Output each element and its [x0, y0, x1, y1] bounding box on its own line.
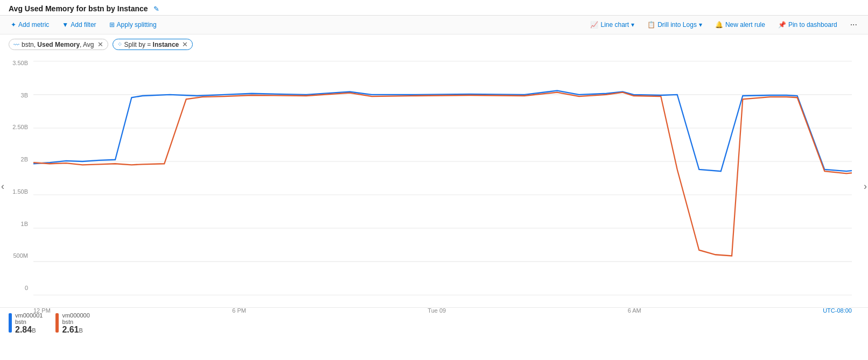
more-options-label: ···: [850, 20, 857, 30]
line-chart-button[interactable]: 📈 Line chart ▾: [588, 20, 636, 30]
blue-line: [33, 90, 852, 171]
y-label-1b: 1B: [4, 221, 32, 227]
line-chart-label: Line chart: [600, 21, 629, 29]
legend-unit-blue: B: [32, 327, 36, 334]
split-tag: ⁘ Split by = Instance ✕: [113, 39, 193, 50]
add-metric-button[interactable]: ✦ Add metric: [9, 20, 51, 30]
x-label-utc: UTC-08:00: [823, 307, 852, 314]
y-label-2b: 2B: [4, 156, 32, 163]
drill-into-logs-label: Drill into Logs: [657, 21, 697, 29]
x-label-12pm: 12 PM: [33, 307, 51, 314]
pin-to-dashboard-button[interactable]: 📌 Pin to dashboard: [776, 20, 839, 30]
add-filter-label: Add filter: [71, 21, 96, 29]
y-label-250b: 2.50B: [4, 124, 32, 130]
x-label-6pm: 6 PM: [232, 307, 246, 314]
legend-value-blue: 2.84B: [15, 325, 43, 335]
metric-tag: 〰 bstn, Used Memory, Avg ✕: [9, 39, 108, 50]
legend-name2-blue: bstn: [15, 319, 43, 325]
toolbar: ✦ Add metric ▼ Add filter ⊞ Apply splitt…: [0, 16, 868, 34]
red-line: [33, 93, 852, 256]
split-tag-close[interactable]: ✕: [182, 40, 188, 48]
new-alert-rule-label: New alert rule: [725, 21, 765, 29]
new-alert-rule-button[interactable]: 🔔 New alert rule: [713, 20, 767, 30]
legend-value-red: 2.61B: [62, 325, 89, 335]
y-axis: 3.50B 3B 2.50B 2B 1.50B 1B 500M 0: [4, 60, 32, 291]
drill-logs-chevron: ▾: [699, 21, 702, 29]
chart-nav-right[interactable]: ›: [864, 181, 867, 192]
chart-area: ‹ › 3.50B 3B 2.50B 2B 1.50B 1B 500M 0: [0, 54, 868, 318]
metric-tag-icon: 〰: [13, 41, 19, 48]
x-label-tue09: Tue 09: [428, 307, 446, 314]
split-tag-text: Split by = Instance: [124, 41, 179, 48]
line-chart-chevron: ▾: [631, 21, 634, 29]
add-metric-icon: ✦: [11, 21, 16, 29]
toolbar-left: ✦ Add metric ▼ Add filter ⊞ Apply splitt…: [9, 20, 159, 30]
x-label-6am: 6 AM: [628, 307, 641, 314]
edit-icon[interactable]: ✎: [153, 5, 159, 13]
legend-value-num-blue: 2.84: [15, 325, 32, 334]
y-label-150b: 1.50B: [4, 188, 32, 195]
toolbar-right: 📈 Line chart ▾ 📋 Drill into Logs ▾ 🔔 New…: [588, 19, 859, 31]
page-title: Avg Used Memory for bstn by Instance: [9, 4, 148, 13]
drill-into-logs-button[interactable]: 📋 Drill into Logs ▾: [645, 20, 704, 30]
legend-value-num-red: 2.61: [62, 325, 79, 334]
split-tag-icon: ⁘: [117, 41, 122, 48]
new-alert-rule-icon: 🔔: [715, 21, 723, 29]
pin-to-dashboard-label: Pin to dashboard: [788, 21, 837, 29]
line-chart-icon: 📈: [590, 21, 598, 29]
add-metric-label: Add metric: [18, 21, 49, 29]
y-label-0: 0: [4, 285, 32, 291]
y-label-500m: 500M: [4, 252, 32, 259]
drill-into-logs-icon: 📋: [647, 21, 655, 29]
apply-splitting-icon: ⊞: [109, 21, 115, 29]
pin-icon: 📌: [778, 21, 786, 29]
apply-splitting-button[interactable]: ⊞ Apply splitting: [107, 20, 159, 30]
y-label-350b: 3.50B: [4, 60, 32, 66]
tags-row: 〰 bstn, Used Memory, Avg ✕ ⁘ Split by = …: [0, 34, 868, 54]
legend-unit-red: B: [79, 327, 83, 334]
add-filter-button[interactable]: ▼ Add filter: [60, 20, 98, 30]
metric-tag-close[interactable]: ✕: [97, 40, 103, 48]
chart-svg: [33, 54, 852, 302]
x-axis: 12 PM 6 PM Tue 09 6 AM UTC-08:00: [33, 307, 852, 314]
chart-nav-left[interactable]: ‹: [1, 181, 4, 192]
apply-splitting-label: Apply splitting: [117, 21, 157, 29]
y-label-3b: 3B: [4, 92, 32, 98]
legend-name2-red: bstn: [62, 319, 89, 325]
add-filter-icon: ▼: [62, 21, 68, 29]
chart-svg-container: [33, 54, 852, 302]
metric-tag-text: bstn, Used Memory, Avg: [22, 41, 94, 48]
header: Avg Used Memory for bstn by Instance ✎: [0, 0, 868, 16]
more-options-button[interactable]: ···: [848, 19, 859, 31]
